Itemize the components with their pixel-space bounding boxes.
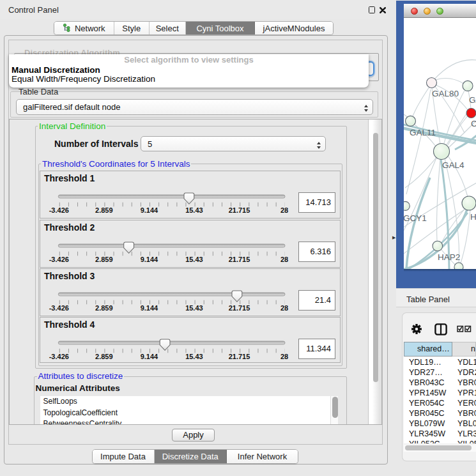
svg-text:GAL80: GAL80 (432, 89, 459, 98)
svg-text:HAP2: HAP2 (438, 252, 460, 262)
svg-text:GCY1: GCY1 (404, 213, 427, 223)
svg-text:GA: GA (469, 95, 476, 105)
svg-text:GAL4: GAL4 (442, 160, 464, 170)
svg-text:C: C (471, 119, 476, 128)
svg-text:GAL11: GAL11 (410, 128, 436, 137)
svg-text:H: H (470, 212, 476, 222)
